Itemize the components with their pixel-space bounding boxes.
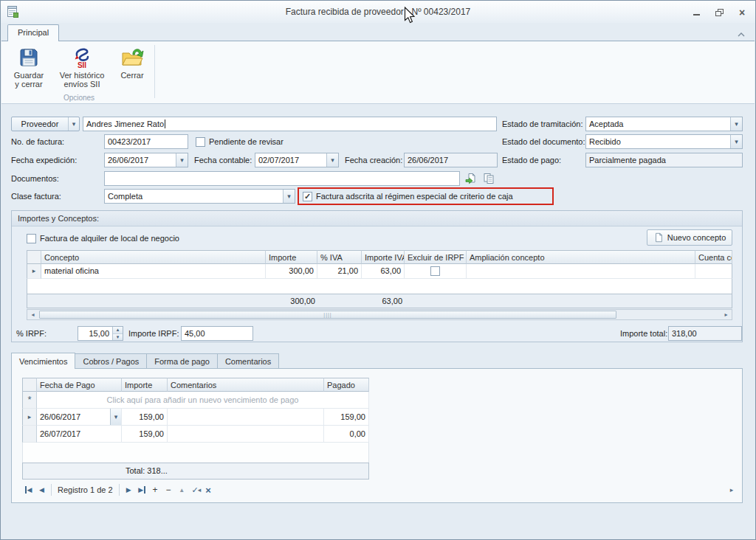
pendiente-revisar-checkbox[interactable]: Pendiente de revisar (196, 134, 284, 149)
ribbon-tabstrip: Principal (1, 23, 755, 41)
column-header-pct-iva[interactable]: % IVA (317, 250, 362, 264)
ampliacion-cell[interactable] (467, 264, 695, 279)
cuenta-cell[interactable] (695, 264, 732, 279)
nav-first-button[interactable]: ◀ (22, 484, 35, 496)
comentarios-cell[interactable] (168, 426, 324, 443)
proveedor-button-label: Proveedor (12, 117, 68, 131)
nav-add-button[interactable]: + (149, 484, 162, 496)
estado-documento-combo[interactable]: Recibido ▾ (585, 134, 743, 149)
concepto-row[interactable]: ▸ material oficina 300,00 21,00 63,00 (27, 264, 732, 279)
importe-cell[interactable]: 300,00 (266, 264, 317, 279)
column-header-importe-iva[interactable]: Importe IVA (362, 250, 405, 264)
tab-comentarios[interactable]: Comentarios (218, 353, 279, 369)
save-close-button[interactable]: Guardar y cerrar (7, 44, 50, 92)
clase-factura-dropdown-button[interactable]: ▾ (283, 190, 295, 203)
importe-irpf-input[interactable]: 45,00 (181, 326, 253, 341)
alquiler-checkbox[interactable]: Factura de alquiler de local de negocio (27, 231, 179, 246)
criterio-caja-checkbox[interactable]: ✓ (303, 192, 312, 201)
alquiler-label: Factura de alquiler de local de negocio (40, 234, 179, 243)
nav-edit-button[interactable]: ▲ (176, 484, 188, 496)
new-row-hint[interactable]: Click aquí para añadir un nuevo vencimie… (37, 392, 369, 409)
nav-next-button[interactable]: ▶ (123, 484, 135, 496)
importe-irpf-label: Importe IRPF: (128, 326, 179, 341)
estado-documento-dropdown-button[interactable]: ▾ (730, 135, 742, 148)
close-button[interactable]: × (733, 6, 751, 18)
estado-pago-field: Parcialmente pagada (585, 153, 743, 167)
column-header-concepto[interactable]: Concepto (41, 250, 266, 264)
vencimientos-grid: Fecha de Pago Importe Comentarios Pagado… (22, 378, 369, 463)
column-header-importe[interactable]: Importe (122, 378, 168, 392)
fecha-pago-cell[interactable]: 26/07/2017 (37, 426, 122, 443)
estado-tramitacion-dropdown-button[interactable]: ▾ (730, 117, 742, 131)
column-header-excluir-irpf[interactable]: Excluir de IRPF (405, 250, 467, 264)
column-header-importe[interactable]: Importe (266, 250, 317, 264)
no-factura-value: 00423/2017 (105, 135, 188, 148)
tab-principal[interactable]: Principal (7, 24, 59, 41)
proveedor-button[interactable]: Proveedor ▾ (11, 117, 80, 131)
row-indicator-cell (22, 426, 37, 443)
tab-cobros-pagos[interactable]: Cobros / Pagos (75, 353, 147, 369)
importe-iva-cell[interactable]: 63,00 (362, 264, 405, 279)
panel-scroll-left-button[interactable]: ◂ (193, 484, 205, 496)
payment-row[interactable]: ▸ 26/06/2017 ▾ 159,00 159,00 (22, 409, 369, 426)
pagado-cell[interactable]: 0,00 (324, 426, 369, 443)
estado-tramitacion-combo[interactable]: Aceptada ▾ (585, 117, 743, 131)
column-header-pagado[interactable]: Pagado (324, 378, 369, 392)
scroll-left-button[interactable]: ◂ (27, 310, 38, 319)
importes-group: Importes y Conceptos: Factura de alquile… (11, 210, 743, 342)
copy-document-button[interactable] (481, 171, 496, 186)
cerrar-button[interactable]: Cerrar (114, 44, 151, 92)
grid-hscrollbar[interactable]: ◂ |||| ▸ (27, 309, 732, 320)
row-indicator-icon: ▸ (32, 267, 36, 274)
minimize-button[interactable] (687, 6, 705, 18)
excluir-irpf-checkbox[interactable] (430, 266, 440, 276)
fecha-contable-dropdown-button[interactable]: ▾ (326, 153, 338, 167)
importe-cell[interactable]: 159,00 (122, 409, 168, 426)
spin-up-button[interactable]: ▴ (113, 327, 123, 333)
nav-prev-button[interactable]: ◀ (35, 484, 48, 496)
pct-iva-cell[interactable]: 21,00 (317, 264, 362, 279)
payment-row[interactable]: 26/07/2017 159,00 0,00 (22, 426, 369, 443)
panel-scroll-right-button[interactable]: ▸ (726, 484, 738, 496)
save-icon (17, 46, 41, 69)
titlebar[interactable]: Factura recibida de proveedor - Nº 00423… (1, 1, 755, 23)
scroll-thumb[interactable]: |||| (39, 311, 616, 319)
restore-button[interactable] (710, 6, 728, 18)
new-row[interactable]: * Click aquí para añadir un nuevo vencim… (22, 392, 369, 409)
no-factura-input[interactable]: 00423/2017 (104, 134, 188, 149)
grid-empty-area (22, 443, 369, 463)
ribbon-collapse-button[interactable] (738, 30, 745, 38)
nav-last-button[interactable]: ▶ (136, 484, 148, 496)
proveedor-name-input[interactable]: Andres Jimenez Rato (83, 117, 497, 131)
concepto-cell[interactable]: material oficina (41, 264, 266, 279)
column-header-comentarios[interactable]: Comentarios (168, 378, 324, 392)
excluir-irpf-cell[interactable] (405, 264, 467, 279)
column-header-cuenta[interactable]: Cuenta co (695, 250, 732, 264)
fecha-pago-dropdown-button[interactable]: ▾ (110, 409, 121, 425)
fecha-expedicion-picker[interactable]: 26/06/2017 ▾ (104, 153, 188, 167)
documentos-input[interactable] (104, 171, 460, 186)
row-indicator-icon: ▸ (28, 413, 32, 420)
tab-vencimientos[interactable]: Vencimientos (11, 353, 75, 369)
new-document-icon (653, 232, 664, 243)
attach-document-button[interactable] (464, 171, 478, 186)
criterio-caja-highlight[interactable]: ✓ Factura adscrita al régimen especial d… (298, 187, 554, 205)
pct-irpf-spinner[interactable]: 15,00 ▴ ▾ (78, 326, 123, 341)
clase-factura-combo[interactable]: Completa ▾ (104, 189, 295, 204)
scroll-right-button[interactable]: ▸ (721, 310, 732, 319)
column-header-fecha-pago[interactable]: Fecha de Pago (37, 378, 122, 392)
nav-delete-button[interactable]: − (162, 484, 175, 496)
pagado-cell[interactable]: 159,00 (324, 409, 369, 426)
checkbox-unchecked-icon (27, 234, 36, 243)
fecha-contable-picker[interactable]: 02/07/2017 ▾ (255, 153, 339, 167)
proveedor-dropdown-button[interactable]: ▾ (68, 117, 79, 131)
column-header-ampliacion[interactable]: Ampliación concepto (467, 250, 695, 264)
fecha-expedicion-dropdown-button[interactable]: ▾ (176, 153, 188, 167)
tab-forma-pago[interactable]: Forma de pago (147, 353, 218, 369)
fecha-pago-cell[interactable]: 26/06/2017 ▾ (37, 409, 122, 426)
nuevo-concepto-button[interactable]: Nuevo concepto (647, 229, 732, 246)
comentarios-cell[interactable] (168, 409, 324, 426)
sii-history-button[interactable]: SII Ver histórico envíos SII (53, 44, 111, 92)
spin-down-button[interactable]: ▾ (113, 333, 123, 341)
importe-cell[interactable]: 159,00 (122, 426, 168, 443)
